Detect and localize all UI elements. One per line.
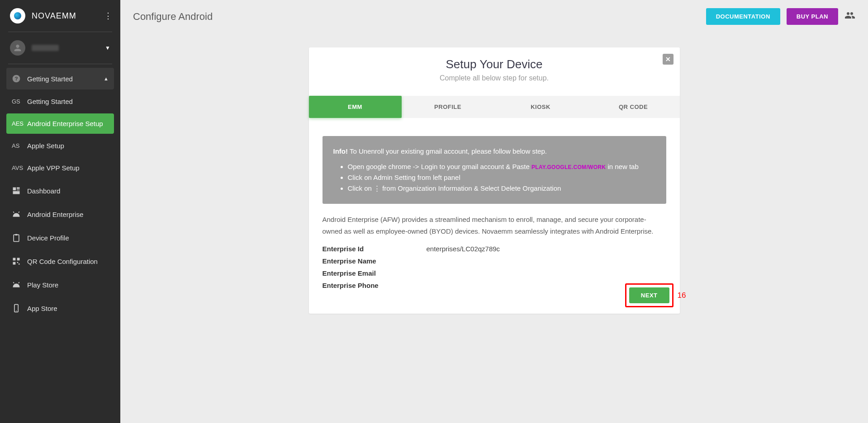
nav-label: QR Code Configuration [27, 258, 98, 265]
tab-emm[interactable]: EMM [309, 96, 402, 118]
svg-rect-6 [14, 235, 19, 241]
sidebar-item-qr-config[interactable]: QR Code Configuration [6, 250, 114, 272]
next-wrap: NEXT 16 [625, 283, 674, 307]
sidebar-item-device-profile[interactable]: Device Profile [6, 227, 114, 249]
sidebar-group-getting-started[interactable]: ? Getting Started ▲ [6, 68, 114, 89]
svg-rect-11 [17, 262, 19, 263]
nav-abbr: AVS [12, 164, 27, 171]
brand-row: NOVAEMM ⋮ [0, 0, 120, 32]
field-enterprise-email: Enterprise Email [323, 269, 666, 277]
nav-abbr: AES [12, 120, 27, 127]
info-lead: To Unenroll your existing gmail account,… [350, 147, 547, 155]
info-step-1: Open google chrome -> Login to your gmai… [348, 161, 655, 172]
tab-qr-code[interactable]: QR CODE [587, 96, 680, 118]
field-label: Enterprise Name [323, 257, 427, 265]
svg-rect-12 [19, 263, 20, 265]
main: Configure Android DOCUMENTATION BUY PLAN… [120, 0, 868, 423]
sidebar: NOVAEMM ⋮ ▼ ? Getting Started ▲ GS Getti… [0, 0, 120, 423]
clipboard-icon [12, 233, 27, 242]
info-step-1a: Open google chrome -> Login to your gmai… [348, 163, 532, 170]
svg-text:?: ? [14, 75, 18, 81]
tab-kiosk[interactable]: KIOSK [494, 96, 587, 118]
phone-icon [12, 304, 27, 313]
tab-profile[interactable]: PROFILE [402, 96, 494, 118]
setup-card: ✕ Setup Your Device Complete all below s… [309, 47, 680, 314]
buy-plan-button[interactable]: BUY PLAN [787, 8, 838, 25]
afw-description: Android Enterprise (AFW) provides a stre… [323, 214, 666, 237]
nav: ? Getting Started ▲ GS Getting Started A… [0, 64, 120, 324]
page-title: Configure Android [133, 11, 213, 23]
dashboard-icon [12, 186, 27, 195]
next-highlight: NEXT [625, 283, 674, 307]
svg-rect-3 [17, 188, 20, 189]
sidebar-item-dashboard[interactable]: Dashboard [6, 180, 114, 202]
play-google-link[interactable]: PLAY.GOOGLE.COM/WORK [531, 164, 606, 170]
people-icon[interactable] [844, 10, 855, 24]
nav-label: Dashboard [27, 187, 60, 195]
field-label: Enterprise Email [323, 269, 427, 277]
android-icon [12, 280, 27, 289]
sidebar-item-play-store[interactable]: Play Store [6, 274, 114, 296]
field-enterprise-id: Enterprise Id enterprises/LC02qz789c [323, 245, 666, 253]
svg-rect-9 [17, 258, 20, 261]
sidebar-item-android-enterprise[interactable]: Android Enterprise [6, 203, 114, 225]
nav-abbr: GS [12, 98, 27, 105]
svg-rect-7 [15, 234, 18, 235]
nav-label: Play Store [27, 281, 58, 289]
sidebar-item-aes[interactable]: AES Android Enterprise Setup [6, 113, 114, 134]
chevron-up-icon: ▲ [104, 76, 109, 81]
sidebar-item-as[interactable]: AS Apple Setup [6, 136, 114, 156]
info-step-1b: in new tab [606, 163, 639, 170]
help-icon: ? [12, 74, 27, 83]
brand-menu-icon[interactable]: ⋮ [104, 11, 112, 21]
card-subtitle: Complete all below step for setup. [318, 74, 671, 82]
sidebar-item-avs[interactable]: AVS Apple VPP Setup [6, 158, 114, 178]
card-header: Setup Your Device Complete all below ste… [309, 47, 680, 89]
nav-label: App Store [27, 305, 57, 312]
topbar: Configure Android DOCUMENTATION BUY PLAN [120, 0, 868, 25]
svg-rect-8 [13, 258, 16, 261]
info-prefix: Info! [333, 147, 348, 155]
close-icon[interactable]: ✕ [663, 54, 674, 65]
nav-label: Apple VPP Setup [27, 164, 80, 172]
field-label: Enterprise Phone [323, 282, 427, 289]
svg-rect-10 [13, 262, 16, 265]
callout-number: 16 [678, 291, 686, 300]
nav-label: Apple Setup [27, 142, 64, 150]
nav-label: Getting Started [27, 98, 73, 105]
info-box: Info! To Unenroll your existing gmail ac… [323, 136, 666, 204]
next-button[interactable]: NEXT [629, 287, 669, 303]
nav-label: Device Profile [27, 234, 69, 242]
svg-rect-4 [17, 190, 20, 191]
nav-label: Android Enterprise Setup [27, 120, 103, 127]
documentation-button[interactable]: DOCUMENTATION [706, 8, 780, 25]
field-enterprise-name: Enterprise Name [323, 257, 666, 265]
svg-rect-5 [13, 191, 20, 194]
enterprise-fields: Enterprise Id enterprises/LC02qz789c Ent… [323, 245, 666, 289]
avatar [10, 40, 25, 56]
setup-tabs: EMM PROFILE KIOSK QR CODE [309, 96, 680, 118]
nav-label: Android Enterprise [27, 211, 83, 218]
svg-point-14 [16, 310, 17, 311]
info-step-2: Click on Admin Setting from left panel [348, 172, 655, 183]
sidebar-item-gs[interactable]: GS Getting Started [6, 91, 114, 112]
qr-icon [12, 257, 27, 266]
nav-label: Getting Started [27, 75, 73, 83]
field-label: Enterprise Id [323, 245, 427, 253]
field-value: enterprises/LC02qz789c [427, 245, 500, 253]
user-name [32, 45, 59, 51]
nav-abbr: AS [12, 142, 27, 149]
chevron-down-icon: ▼ [105, 45, 110, 51]
android-icon [12, 210, 27, 219]
svg-rect-2 [13, 188, 16, 191]
brand-logo [10, 8, 25, 24]
top-actions: DOCUMENTATION BUY PLAN [706, 8, 855, 25]
card-title: Setup Your Device [318, 57, 671, 71]
sidebar-item-app-store[interactable]: App Store [6, 297, 114, 319]
field-enterprise-phone: Enterprise Phone [323, 282, 666, 289]
brand-name: NOVAEMM [32, 11, 76, 21]
info-step-3: Click on ⋮ from Organization Information… [348, 183, 655, 194]
user-menu[interactable]: ▼ [0, 32, 120, 64]
